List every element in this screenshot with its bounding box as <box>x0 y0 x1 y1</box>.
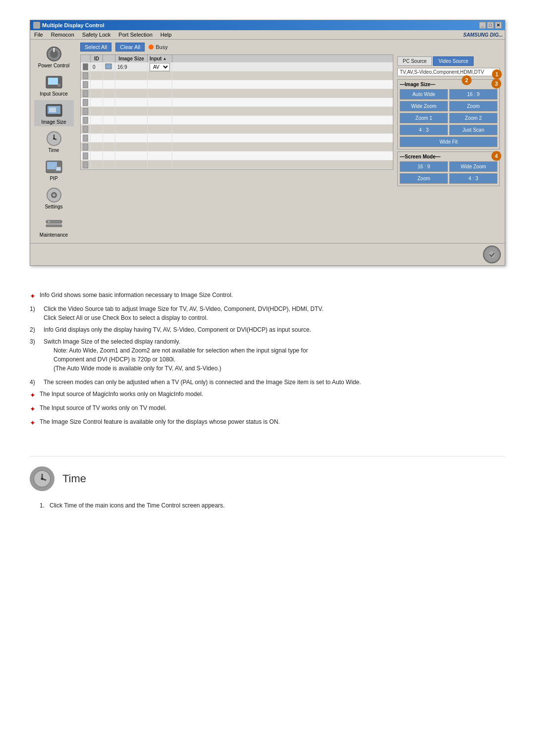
check-cell[interactable] <box>81 71 91 80</box>
title-bar: Multiple Display Control _ □ ✕ <box>30 20 505 30</box>
checkbox[interactable] <box>83 126 88 133</box>
menu-file[interactable]: File <box>32 31 45 38</box>
check-cell[interactable] <box>81 125 91 133</box>
checkbox[interactable] <box>83 72 88 79</box>
power-icon <box>45 45 63 63</box>
id-cell <box>91 71 103 80</box>
zoom-button[interactable]: Zoom <box>449 101 497 111</box>
check-cell-0[interactable] <box>81 62 91 71</box>
sidebar-item-maintenance[interactable]: Maintenance <box>34 213 74 239</box>
clear-all-button[interactable]: Clear All <box>115 43 145 51</box>
checkbox[interactable] <box>83 152 88 159</box>
time-note-text: Click Time of the main icons and the Tim… <box>50 502 225 509</box>
sidebar-item-settings[interactable]: Settings <box>34 185 74 211</box>
toolbar: Select All Clear All Busy <box>80 43 502 51</box>
sidebar-item-image-size[interactable]: Image Size <box>34 100 74 126</box>
pip-icon <box>45 158 63 176</box>
table-row <box>81 160 393 169</box>
svg-rect-20 <box>46 225 62 227</box>
sidebar-item-pip[interactable]: PIP <box>34 156 74 183</box>
sidebar-item-time[interactable]: Time <box>34 128 74 154</box>
icon-cell-0 <box>103 62 115 71</box>
check-cell[interactable] <box>81 134 91 142</box>
menu-remocon[interactable]: Remocon <box>49 31 76 38</box>
wide-fit-button[interactable]: Wide Fit <box>400 137 497 147</box>
menu-items: File Remocon Safety Lock Port Selection … <box>32 31 173 38</box>
check-cell[interactable] <box>81 89 91 98</box>
app-window: Multiple Display Control _ □ ✕ File Remo… <box>30 20 505 266</box>
checkbox[interactable] <box>83 99 88 106</box>
table-row <box>81 143 393 151</box>
note-subtext-3: Note: Auto Wide, Zoom1 and Zoom2 are not… <box>54 346 505 373</box>
grid-rows-container <box>80 71 393 170</box>
svg-rect-4 <box>48 78 58 85</box>
4-3-button[interactable]: 4 : 3 <box>400 125 448 135</box>
table-row <box>81 116 393 125</box>
check-cell[interactable] <box>81 143 91 151</box>
auto-wide-button[interactable]: Auto Wide <box>400 89 448 100</box>
circle-label-3: 3 <box>491 79 501 89</box>
svg-rect-22 <box>106 64 111 69</box>
minimize-button[interactable]: _ <box>479 22 486 29</box>
checkbox[interactable] <box>83 90 88 97</box>
table-row <box>81 107 393 116</box>
checkbox[interactable] <box>83 144 88 151</box>
check-cell[interactable] <box>81 151 91 160</box>
circle-label-1: 1 <box>492 69 502 79</box>
checkbox[interactable] <box>83 161 88 168</box>
select-all-button[interactable]: Select All <box>80 43 111 51</box>
zoom2-button[interactable]: Zoom 2 <box>449 113 497 123</box>
zoom1-button[interactable]: Zoom 1 <box>400 113 448 123</box>
title-bar-left: Multiple Display Control <box>33 22 105 29</box>
screen-4-3-button[interactable]: 4 : 3 <box>449 173 497 184</box>
screen-wide-zoom-button[interactable]: Wide Zoom <box>449 161 497 172</box>
close-button[interactable]: ✕ <box>495 22 502 29</box>
input-icon <box>45 73 63 91</box>
samsung-logo: SAMSUNG DIG... <box>463 32 503 38</box>
note-text-star-7: The Image Size Control feature is availa… <box>40 417 505 428</box>
menu-safety-lock[interactable]: Safety Lock <box>80 31 112 38</box>
image-size-section: 3 —Image Size— Auto Wide 16 : 9 Wide Zoo… <box>397 79 500 150</box>
checkbox[interactable] <box>83 108 88 115</box>
time-icon-large <box>30 466 54 491</box>
check-cell[interactable] <box>81 160 91 169</box>
checkbox[interactable] <box>83 135 88 142</box>
checkbox[interactable] <box>83 117 88 124</box>
table-row <box>81 125 393 134</box>
svg-point-21 <box>48 220 51 223</box>
menu-help[interactable]: Help <box>159 31 174 38</box>
just-scan-button[interactable]: Just Scan <box>449 125 497 135</box>
screen-zoom-button[interactable]: Zoom <box>400 173 448 184</box>
wide-zoom-button[interactable]: Wide Zoom <box>400 101 448 111</box>
note-text-2: Info Grid displays only the display havi… <box>44 325 505 334</box>
note-text-1: Click the Video Source tab to adjust Ima… <box>44 305 323 312</box>
grid-area: ID Image Size Input ▲ <box>80 54 502 188</box>
col-input-header: Input ▲ <box>148 55 172 62</box>
screen-16-9-button[interactable]: 16 : 9 <box>400 161 448 172</box>
check-cell[interactable] <box>81 80 91 89</box>
busy-label: Busy <box>156 44 167 50</box>
checkbox-0[interactable] <box>83 63 88 70</box>
sidebar-item-input[interactable]: Input Source <box>34 72 74 98</box>
menu-port-selection[interactable]: Port Selection <box>116 31 154 38</box>
grid-container: ID Image Size Input ▲ <box>80 54 393 188</box>
sidebar-item-power[interactable]: Power Control <box>34 44 74 70</box>
svg-point-5 <box>57 84 60 87</box>
check-cell[interactable] <box>81 107 91 115</box>
col-id-header: ID <box>91 55 103 62</box>
maximize-button[interactable]: □ <box>487 22 494 29</box>
pc-source-tab[interactable]: PC Source <box>397 56 432 66</box>
check-cell[interactable] <box>81 116 91 124</box>
scroll-up-icon[interactable]: ▲ <box>162 56 166 61</box>
busy-indicator: Busy <box>149 44 167 50</box>
settings-label: Settings <box>45 204 62 209</box>
apply-button[interactable] <box>483 246 501 263</box>
video-source-tab[interactable]: Video Source <box>433 56 474 66</box>
check-cell[interactable] <box>81 98 91 106</box>
16-9-button[interactable]: 16 : 9 <box>449 89 497 100</box>
star-icon-0: ✦ <box>30 291 36 302</box>
checkbox[interactable] <box>83 81 88 88</box>
input-dropdown-0[interactable]: AV <box>150 63 170 71</box>
page-content: Multiple Display Control _ □ ✕ File Remo… <box>0 0 535 530</box>
col-check-header <box>81 55 91 62</box>
